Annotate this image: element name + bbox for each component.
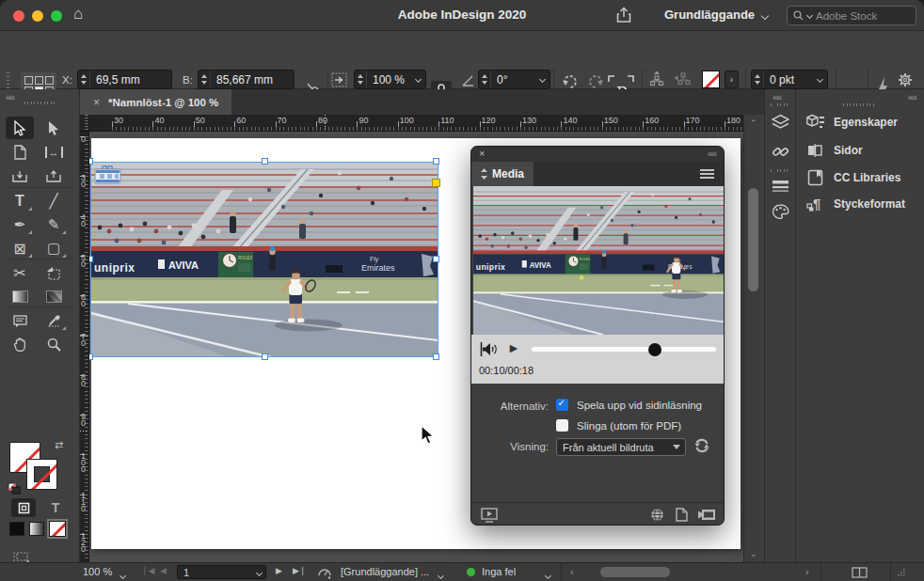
media-tab[interactable]: Media (471, 162, 534, 186)
scale-x-dropdown[interactable] (410, 77, 425, 82)
selection-tool[interactable] (6, 117, 34, 139)
default-fill-stroke-icon[interactable] (8, 482, 21, 495)
frame-handle-n[interactable] (262, 158, 268, 165)
frame-handle-e[interactable] (433, 256, 439, 262)
stroke-weight-stepper[interactable] (752, 71, 764, 88)
control-panel-gear-icon[interactable] (898, 72, 913, 87)
frame-handle-w[interactable] (89, 256, 93, 262)
scale-x-field[interactable]: 100 % (354, 70, 426, 89)
spread-view-icon[interactable] (852, 567, 868, 578)
last-page-button[interactable]: ▶❘ (293, 566, 306, 575)
v-ruler[interactable]: 03 04 05 06 07 08 09 01 0 01 1 01 2 0 (80, 132, 89, 562)
playback-slider-knob[interactable] (648, 343, 661, 356)
pencil-tool[interactable]: ✎ (40, 213, 68, 236)
play-icon[interactable]: ► (507, 340, 520, 355)
gap-tool[interactable]: ↔ (40, 141, 68, 164)
eyedropper-tool[interactable] (40, 309, 68, 332)
canvas-vertical-scrollbar[interactable]: ⌃ ⌄ (743, 115, 762, 562)
hand-tool[interactable] (6, 333, 34, 355)
volume-icon[interactable] (480, 341, 501, 357)
dock-item-sidor[interactable]: Sidor (805, 142, 863, 159)
dock-icons-drag-handle-2[interactable] (771, 169, 790, 172)
rotation-stepper[interactable] (479, 71, 491, 88)
stock-search-input[interactable]: Adobe Stock (787, 6, 916, 25)
pen-tool[interactable]: ✒ (6, 213, 34, 236)
type-tool[interactable]: T (6, 190, 34, 212)
x-position-field[interactable]: 69,5 mm (77, 70, 172, 89)
free-transform-tool[interactable] (40, 261, 68, 284)
apply-color-button[interactable] (9, 522, 24, 536)
stroke-weight-dropdown[interactable] (812, 77, 827, 82)
preflight-profile[interactable]: [Grundläggande] ... (341, 566, 429, 577)
frame-handle-ne[interactable] (433, 158, 439, 165)
layers-panel-icon[interactable] (772, 114, 789, 131)
rotate-cw-icon[interactable] (561, 72, 579, 89)
media-panel-header[interactable]: × «« (471, 147, 724, 162)
dock-item-cc-libraries[interactable]: CC Libraries (805, 169, 900, 186)
links-panel-icon[interactable] (772, 143, 789, 161)
dock-icons-drag-handle[interactable] (771, 103, 790, 106)
fill-swatch-expand-button[interactable]: › (725, 71, 739, 88)
scissors-tool[interactable]: ✂ (6, 261, 34, 284)
x-stepper[interactable] (78, 71, 90, 88)
dock-item-egenskaper[interactable]: Egenskaper (805, 114, 898, 131)
rotate-ccw-icon[interactable] (587, 72, 605, 89)
line-tool[interactable]: ╱ (40, 190, 68, 212)
dock-icons-collapse-icon[interactable]: «« (773, 92, 781, 102)
scroll-up-icon[interactable]: ⌃ (750, 118, 757, 128)
playback-slider-track[interactable] (532, 347, 716, 352)
dock-panels-drag-handle[interactable] (843, 103, 875, 106)
gradient-swatch-tool[interactable] (6, 285, 34, 307)
pdf-page-icon[interactable] (676, 508, 688, 522)
select-content-icon[interactable] (649, 71, 664, 86)
status-chevron-icon[interactable] (546, 569, 550, 580)
select-previous-object-icon[interactable] (674, 71, 691, 86)
content-placer-tool[interactable] (40, 165, 68, 188)
rotation-dropdown[interactable] (534, 77, 550, 82)
resize-grip-icon[interactable] (896, 567, 906, 577)
zoom-chevron-icon[interactable] (120, 569, 125, 580)
dock-panels-collapse-icon[interactable]: «« (908, 92, 916, 102)
stroke-panel-icon[interactable] (772, 180, 789, 193)
zoom-level[interactable]: 100 % (83, 566, 112, 577)
note-tool[interactable] (6, 309, 34, 332)
formatting-affects-container-button[interactable] (11, 498, 36, 517)
zoom-tool[interactable] (40, 333, 68, 355)
frame-handle-s[interactable] (262, 353, 268, 360)
stroke-weight-field[interactable]: 0 pkt (751, 70, 828, 89)
preflight-icon[interactable] (318, 567, 331, 579)
scroll-right-icon[interactable]: › (805, 566, 809, 577)
workspace-switcher[interactable]: Grundläggande (664, 8, 768, 22)
rectangle-tool[interactable]: ▢ (40, 237, 68, 259)
width-field[interactable]: 85,667 mm (198, 70, 295, 89)
placed-video-frame[interactable] (90, 162, 438, 357)
next-page-button[interactable]: ▶ (276, 566, 282, 575)
poster-frame-dropdown[interactable]: Från aktuell bildruta (556, 438, 686, 456)
dock-item-styckeformat[interactable]: ¶ Styckeformat (805, 196, 905, 212)
frame-handle-se[interactable] (433, 353, 439, 360)
rotation-field[interactable]: 0° (478, 70, 550, 89)
preflight-chevron-icon[interactable] (438, 569, 443, 580)
scroll-down-icon[interactable]: ⌄ (750, 549, 757, 558)
prev-page-button[interactable]: ◀ (160, 566, 167, 575)
color-panel-icon[interactable] (772, 204, 789, 219)
h-scroll-thumb[interactable] (600, 567, 670, 577)
v-scroll-thumb[interactable] (748, 188, 758, 291)
page-dropdown-icon[interactable] (257, 567, 262, 578)
page-tool[interactable] (6, 141, 34, 164)
frame-handle-sw[interactable] (89, 353, 93, 360)
apply-none-button[interactable] (49, 521, 66, 537)
tools-drag-handle[interactable] (24, 102, 56, 104)
media-collapse-icon[interactable]: «« (708, 149, 716, 159)
scroll-left-icon[interactable]: ‹ (570, 566, 574, 577)
preview-spread-icon[interactable] (481, 508, 498, 523)
document-tab[interactable]: × *Namnlöst-1 @ 100 % (80, 89, 231, 115)
scale-x-stepper[interactable] (355, 71, 367, 88)
media-panel-menu-icon[interactable] (700, 169, 714, 179)
direct-selection-tool[interactable] (40, 117, 68, 139)
page-number-field[interactable]: 1 (177, 565, 266, 579)
frame-tool[interactable]: ⊠ (6, 237, 34, 259)
place-video-icon[interactable] (697, 508, 716, 522)
media-close-icon[interactable]: × (479, 148, 485, 159)
refresh-poster-icon[interactable] (693, 437, 710, 454)
